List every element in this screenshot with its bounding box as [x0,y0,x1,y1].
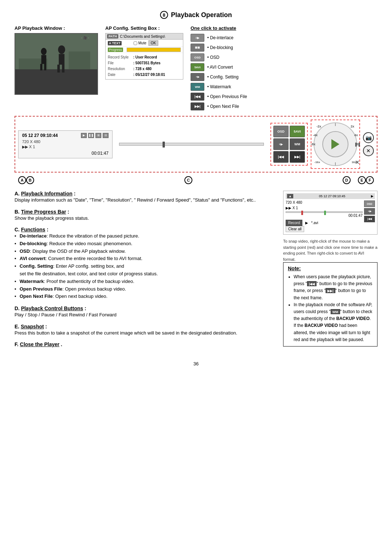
mini-pb-content: 720 X 480 ▶▶ X 1 00:01:47 Record ▶ *.avi… [286,200,375,232]
section-f-prefix: F. [15,341,19,347]
icon-watermark: WM • Watermark [191,83,377,91]
grid-btn1[interactable]: ⊞ [95,133,101,138]
bullet-avi-bold: AVI convert [20,256,45,261]
prev-func-btn[interactable]: |◀◀ [273,151,289,163]
progress-icon: Progress [108,48,123,52]
close-dial-icon[interactable]: ✕ [355,159,359,165]
mute-input[interactable] [134,41,137,45]
svg-rect-1 [15,69,97,94]
label-d: D [343,176,351,184]
avi-label: • AVI Convert [207,65,233,70]
mini-pb-thumb-red [301,211,303,215]
icon-prev-file: |◀◀ • Open Previous File [191,93,377,101]
svg-rect-4 [69,52,90,69]
section-b-prefix: B. [15,209,20,215]
progress-slider[interactable] [119,143,264,146]
mini-pb-speed: ▶▶ X 1 [286,206,363,210]
wm-func-btn[interactable]: WM [290,138,305,150]
bullet-avi-rest: : Convert the entire recorded file to AV… [45,256,142,261]
progress-slider-area [115,143,268,146]
speed-neg16x: -16x [314,161,320,164]
grid-btn2[interactable]: ⊟ [103,133,109,138]
mute-checkbox[interactable]: Mute [134,41,146,45]
record-button[interactable]: Record [286,220,302,226]
ok-button[interactable]: OK [148,40,158,46]
section-a-block: A. Playback Information : Display inform… [15,191,276,204]
play-btn[interactable]: ▶ [81,133,87,138]
avi-func-btn[interactable]: 5AVI [290,126,305,137]
section-d-prefix: D. [15,305,20,311]
func-row-2: ≡▶ WM [273,138,305,150]
config-resolution-row: Resolution : 728 x 480 [108,66,181,72]
osd-icon[interactable]: OSD [191,53,204,61]
config-box: PATH C:\Documents and Settings\ A TEXT M… [105,33,183,80]
section-e-title: Snapshot [21,324,44,329]
playback-header-row: 05 12 27 09:10:44 ▶ ❚❚ ⊞ ⊟ [22,133,109,138]
cfg-func-btn[interactable]: ≡▶ [273,138,289,150]
playback-control-btns: ▶ ❚❚ ⊞ ⊟ [81,133,109,138]
ap-playback-label: AP Playback Window : [15,25,98,31]
section-a-colon: : [74,191,75,197]
prev-file-icon[interactable]: |◀◀ [191,93,204,101]
section-e-colon: : [45,324,47,329]
pause-btn[interactable]: ❚❚ [88,133,94,138]
functions-list: De-interlace: Reduce the vibration of th… [15,232,276,300]
mini-pb-func-icons: OSD ≡▶ |◀◀ [364,200,375,232]
speed-neg2x: -2x [317,125,321,128]
bullet-osd-bold: OSD [20,248,30,254]
close-player-button[interactable]: ✕ [363,145,374,156]
icon-deinterlace: ≡▶ • De-interlace [191,34,377,42]
speed-neg4x: -4x [313,133,318,137]
one-click-section: One click to activate ≡▶ • De-interlace … [191,25,377,112]
section-b-header: B. Time Progress Bar : [15,209,276,215]
speed-dial-box: -2x 2x -4x 4x -8x 8x -16x 16x ✕ ❚❚ [311,119,360,169]
icon-next-file: ▶▶| • Open Next File [191,102,377,110]
section-e-header: E. Snapshot : [15,324,276,329]
svg-point-9 [41,48,47,55]
bullet-avi: AVI convert: Convert the entire recorded… [15,255,276,263]
tick-bottom [335,162,336,165]
avi-icon[interactable]: 5AVI [191,63,204,71]
progress-thumb [163,142,165,147]
labels-row: A B C D E F [15,175,377,185]
bullet-next-bold: Open Next File [20,293,53,299]
osd-func-btn[interactable]: OSD [273,126,289,137]
file-key: File [108,60,133,66]
deinterlace-icon[interactable]: ≡▶ [191,34,204,42]
mini-osd-btn[interactable]: OSD [364,200,375,207]
section-d-header: D. Playback Control Buttons : [15,305,276,311]
next-func-btn[interactable]: ▶▶| [290,151,305,163]
label-b: B [26,176,34,184]
section-f-title: Close the Player [20,341,60,347]
clear-button[interactable]: Clear all [286,226,304,232]
speed-play-icon[interactable] [331,139,339,149]
watermark-icon[interactable]: WM [191,83,204,91]
mini-prev-btn[interactable]: |◀◀ [364,216,375,222]
left-content: A. Playback Information : Display inform… [15,191,276,352]
deblocking-icon[interactable]: ▦▦ [191,44,204,52]
note-backup-video-bold: BACKUP VIDEO [336,316,369,321]
one-click-title: One click to activate [191,25,377,31]
mini-pb-slider[interactable] [286,211,363,213]
snapshot-button[interactable]: 📷 [363,132,374,143]
snap-caption: To snap video, right-click of the mouse … [283,238,377,262]
icon-config: ≡▶ • Config. Setting [191,73,377,81]
bullet-deinterlace: De-interlace: Reduce the vibration of th… [15,232,276,240]
icon-deblocking: ▦▦ • De-blocking [191,44,377,52]
watermark-label: • Watermark [207,84,231,89]
ef-buttons: 📷 ✕ [363,132,374,156]
svg-rect-6 [59,54,65,64]
mini-pb-header: ▲ 05 12 27 09:10:45 ▶ [286,193,375,199]
mini-cfg-btn[interactable]: ≡▶ [364,208,375,215]
note-backup-video-bold2: BACKUP VIDEO [305,323,338,328]
speed-pos4x: 4x [354,133,358,137]
playback-bar-container: 05 12 27 09:10:44 ▶ ❚❚ ⊞ ⊟ 720 X 480 ▶▶ … [15,116,377,173]
next-file-icon[interactable]: ▶▶| [191,102,204,110]
pause-dial-icon[interactable]: ❚❚ [354,142,361,147]
page-title: 8 Playback Operation [15,11,377,19]
deblocking-label: • De-blocking [207,45,233,50]
record-row: Record ▶ *.avi [286,220,363,226]
config-icon[interactable]: ≡▶ [191,73,204,81]
bullet-config: Config. Setting: Enter AP config. settin… [15,263,276,278]
mini-pb-resolution: 720 X 480 [286,200,363,204]
